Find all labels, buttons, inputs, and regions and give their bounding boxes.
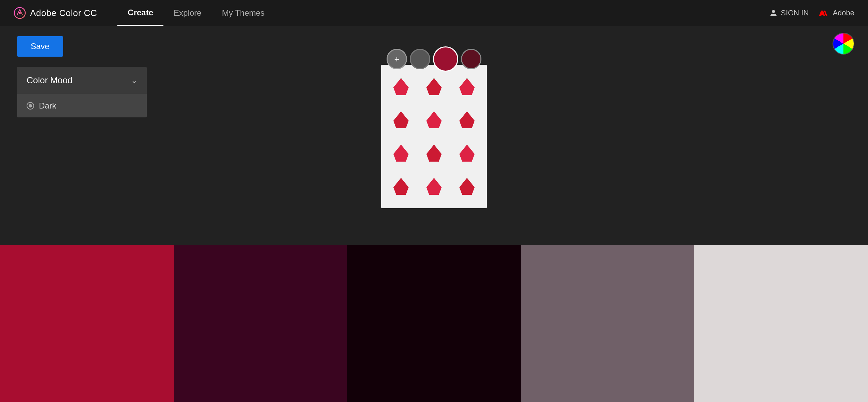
app-header: Adobe Color CC Create Explore My Themes … xyxy=(0,0,868,26)
panel-title: Color Mood xyxy=(27,75,72,86)
header-right: SIGN IN Adobe xyxy=(770,8,854,18)
swatch-light-gray[interactable] xyxy=(694,245,868,402)
dark-option[interactable]: Dark xyxy=(27,101,137,111)
svg-point-1 xyxy=(19,12,21,14)
nav-explore[interactable]: Explore xyxy=(163,0,212,26)
strawberry-pattern xyxy=(381,65,487,208)
swatch-near-black[interactable] xyxy=(347,245,521,402)
sign-in-button[interactable]: SIGN IN xyxy=(770,9,809,17)
color-picker-dark[interactable] xyxy=(410,49,430,69)
sign-in-label: SIGN IN xyxy=(781,9,809,17)
logo-text: Adobe Color CC xyxy=(30,8,97,18)
chevron-down-icon: ⌄ xyxy=(131,76,137,85)
user-icon xyxy=(770,9,777,17)
color-pickers-row: + xyxy=(381,46,487,72)
color-swatches xyxy=(0,245,868,402)
swatch-dark-burgundy[interactable] xyxy=(174,245,347,402)
dark-label: Dark xyxy=(39,101,56,111)
color-picker-darkred[interactable] xyxy=(461,49,481,69)
color-picker-red[interactable] xyxy=(433,46,458,72)
swatch-muted-purple[interactable] xyxy=(521,245,694,402)
logo-area[interactable]: Adobe Color CC xyxy=(14,7,97,19)
nav-my-themes[interactable]: My Themes xyxy=(212,0,275,26)
adobe-brand[interactable]: Adobe xyxy=(819,8,854,18)
swatch-crimson[interactable] xyxy=(0,245,174,402)
adobe-label: Adobe xyxy=(833,9,854,17)
main-content: Save Color Mood ⌄ Dark + xyxy=(0,26,868,402)
dark-radio[interactable] xyxy=(27,102,34,110)
plus-icon: + xyxy=(394,54,399,64)
panel-body: Dark xyxy=(17,94,147,117)
main-nav: Create Explore My Themes xyxy=(117,0,275,26)
panel-header[interactable]: Color Mood ⌄ xyxy=(17,67,147,94)
save-button[interactable]: Save xyxy=(17,36,63,57)
adobe-color-icon xyxy=(14,7,26,19)
color-mood-panel: Color Mood ⌄ Dark xyxy=(17,67,147,117)
add-color-button[interactable]: + xyxy=(387,49,407,69)
color-wheel-button[interactable] xyxy=(833,33,854,55)
adobe-logo-icon xyxy=(819,8,829,18)
strawberry-image xyxy=(381,65,487,208)
image-container: + xyxy=(381,46,487,208)
nav-create[interactable]: Create xyxy=(117,0,163,26)
